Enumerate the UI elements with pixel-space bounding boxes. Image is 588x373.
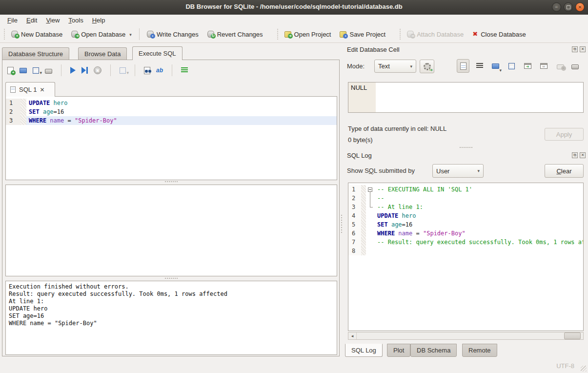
link-icon: ∞ [540, 63, 547, 69]
sql1-tab[interactable]: SQL 1 ✕ [5, 82, 55, 97]
tab-database-structure[interactable]: Database Structure [2, 47, 69, 60]
log-filter-select[interactable]: User ▾ [432, 164, 484, 178]
save-project-button[interactable]: ▪ Save Project [335, 29, 390, 40]
scroll-track[interactable] [357, 332, 575, 339]
text-mode-toggle[interactable] [457, 59, 469, 73]
sql-log-view[interactable]: 1-- EXECUTING ALL IN 'SQL 1' 2-- 3-- At … [348, 183, 584, 331]
write-changes-button[interactable]: ▪ Write Changes [142, 29, 203, 40]
log-filter-caret-icon: ▾ [477, 168, 480, 173]
sql-file-icon [10, 86, 16, 93]
open-project-button[interactable]: ➜ Open Project [280, 29, 336, 40]
side-panel: Edit Database Cell ⧉ ✕ Mode: Text ▾ ➜ ▾ … [344, 45, 586, 361]
revert-changes-icon: ↻ [207, 31, 214, 38]
fold-collapse-icon[interactable] [368, 187, 372, 192]
mode-label: Mode: [347, 62, 365, 70]
text-document-icon [460, 62, 466, 70]
set-null-button[interactable]: − [554, 59, 567, 73]
cell-editor[interactable]: NULL [348, 82, 584, 113]
sql-log-close-icon[interactable]: ✕ [580, 152, 586, 158]
tab-browse-data[interactable]: Browse Data [78, 47, 127, 60]
execute-all-button[interactable] [70, 67, 76, 74]
new-database-button[interactable]: + New Database [7, 29, 67, 40]
save-file-icon [508, 63, 515, 69]
menu-help[interactable]: Help [88, 16, 110, 25]
menu-edit[interactable]: Edit [22, 16, 41, 25]
sql1-tab-close-icon[interactable]: ✕ [40, 86, 44, 93]
export-cell-button[interactable] [505, 59, 518, 73]
close-database-button[interactable]: ✖ Close Database [468, 29, 530, 40]
log-horizontal-scrollbar[interactable]: ◂ ▸ [348, 332, 584, 340]
open-file-icon [492, 63, 499, 69]
edit-cell-close-icon[interactable]: ✕ [580, 46, 586, 52]
print-cell-button[interactable] [568, 59, 581, 73]
resize-grip[interactable] [581, 366, 587, 372]
cell-word-wrap-button[interactable] [473, 59, 486, 73]
mode-select[interactable]: Text ▾ [374, 60, 416, 73]
maximize-button[interactable] [564, 2, 573, 12]
word-wrap-button[interactable] [181, 67, 188, 73]
dock-splitter[interactable] [348, 146, 584, 149]
word-wrap-icon [476, 63, 483, 69]
maximize-icon [567, 5, 570, 9]
open-database-dropdown-icon[interactable]: ▾ [129, 32, 132, 38]
edit-cell-float-icon[interactable]: ⧉ [572, 46, 578, 52]
menu-view[interactable]: View [41, 16, 64, 25]
cell-value: NULL [351, 84, 367, 91]
printer-icon [571, 64, 579, 69]
minimize-button[interactable]: − [552, 2, 561, 12]
editor-line: 2 SET age=16 [6, 107, 337, 116]
bottom-tab-plot[interactable]: Plot [387, 344, 410, 357]
open-external-button[interactable]: ➜ [521, 59, 534, 73]
apply-button[interactable]: Apply [545, 128, 584, 141]
sql-log-title: SQL Log [347, 152, 372, 159]
execution-messages[interactable]: Execution finished without errors. Resul… [5, 281, 337, 355]
clear-log-button[interactable]: Clear [545, 164, 584, 178]
close-button[interactable]: ✕ [575, 2, 585, 12]
auto-apply-button[interactable]: ➜ [420, 60, 434, 73]
open-project-icon: ➜ [284, 31, 291, 38]
results-grid[interactable] [5, 185, 337, 276]
sql-log-float-icon[interactable]: ⧉ [572, 152, 578, 158]
main-toolbar: + New Database ➜ Open Database ▾ ▪ Write… [0, 26, 588, 43]
attach-database-button[interactable]: ∞ Attach Database [403, 29, 468, 40]
minimize-icon: − [555, 4, 558, 10]
menu-file[interactable]: File [3, 16, 22, 25]
save-sql-file-button[interactable]: ▾ [33, 67, 39, 74]
sql-editor[interactable]: 1 UPDATE hero 2 SET age=16 3 WHERE name … [5, 96, 337, 180]
open-sql-file-button[interactable] [20, 68, 27, 73]
open-database-button[interactable]: ➜ Open Database ▾ [67, 29, 136, 40]
edit-cell-header: Edit Database Cell ⧉ ✕ [344, 45, 586, 54]
link-cell-button[interactable]: ∞ [537, 59, 550, 73]
write-changes-icon: ▪ [147, 31, 154, 38]
panel-splitter[interactable] [340, 215, 343, 234]
format-sql-button[interactable]: ab [156, 67, 163, 74]
close-icon: ✕ [578, 4, 582, 10]
sql-toolbar: + ▾ ✖ ▾ ab [7, 64, 188, 77]
bottom-tab-sql-log[interactable]: SQL Log [345, 344, 383, 357]
new-sql-tab-button[interactable]: + [7, 67, 14, 74]
toolbar-handle [3, 29, 6, 40]
bottom-tab-db-schema[interactable]: DB Schema [410, 344, 457, 357]
bottom-tab-remote[interactable]: Remote [462, 344, 497, 357]
scroll-thumb[interactable] [564, 332, 581, 339]
save-results-button[interactable]: ▾ [120, 67, 126, 74]
new-database-icon: + [11, 31, 18, 38]
edit-cell-title: Edit Database Cell [347, 46, 400, 53]
menu-tools[interactable]: Tools [64, 16, 87, 25]
import-cell-button[interactable]: ▾ [489, 59, 502, 73]
cell-type-info: Type of data currently in cell: NULL [348, 125, 446, 132]
execute-current-line-button[interactable] [81, 67, 88, 74]
cell-size-info: 0 byte(s) [348, 136, 373, 144]
results-messages-splitter[interactable] [5, 277, 337, 280]
scroll-left-icon[interactable]: ◂ [348, 332, 357, 339]
print-sql-button[interactable] [45, 69, 52, 74]
editor-results-splitter[interactable] [5, 180, 337, 183]
attach-database-icon: ∞ [407, 31, 414, 38]
main-panel: Database Structure Browse Data Execute S… [2, 46, 340, 357]
save-project-icon: ▪ [340, 31, 346, 38]
sql-log-header: SQL Log ⧉ ✕ [344, 152, 586, 161]
tab-execute-sql[interactable]: Execute SQL [132, 46, 182, 60]
stop-execution-button[interactable]: ✖ [94, 66, 101, 74]
find-replace-button[interactable] [144, 67, 150, 74]
revert-changes-button[interactable]: ↻ Revert Changes [203, 29, 267, 40]
